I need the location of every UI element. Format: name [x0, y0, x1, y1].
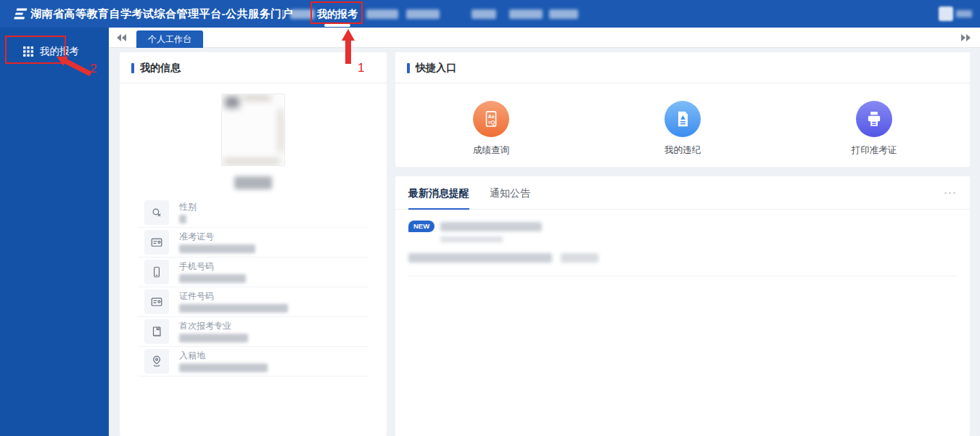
message-item[interactable]: [408, 253, 957, 276]
field-label: 手机号码: [179, 261, 246, 271]
quick-entry-title: 快捷入口: [416, 62, 456, 75]
active-nav-indicator: [324, 24, 350, 27]
quick-item-score-query[interactable]: A±=Q 成绩查询: [395, 101, 587, 157]
tabbar: 个人工作台: [109, 28, 980, 48]
quick-item-label: 成绩查询: [395, 144, 587, 157]
field-value-redacted: [179, 363, 268, 372]
tab-latest-messages[interactable]: 最新消息提醒: [408, 187, 469, 210]
profile-photo-redacted: [221, 94, 285, 166]
field-row-exam-number: 准考证号: [138, 228, 368, 258]
more-options-icon[interactable]: ···: [944, 187, 957, 197]
quick-item-print-admission-ticket[interactable]: 打印准考证: [778, 101, 970, 157]
field-row-id-number: 证件号码: [138, 287, 368, 317]
sidebar-item-label: 我的报考: [40, 45, 79, 58]
sidebar-item-my-registration[interactable]: 我的报考: [0, 44, 109, 59]
section-accent-bar: [407, 63, 410, 73]
message-text-redacted: [440, 222, 542, 231]
field-row-first-major: 首次报考专业: [138, 317, 368, 347]
field-value-redacted: [179, 244, 255, 253]
sidebar: 我的报考: [0, 28, 109, 436]
page: 湖南省高等教育自学考试综合管理平台-公共服务门户 | 我的报考 我的报考 个人工…: [0, 0, 980, 436]
my-info-card: 我的信息 性别: [120, 52, 387, 436]
new-badge: NEW: [408, 221, 435, 232]
tab-notices[interactable]: 通知公告: [490, 187, 530, 208]
profile-fields: 性别 准考证号 手机号码: [138, 198, 368, 377]
phone-icon: [144, 260, 169, 284]
field-value-redacted: [179, 334, 248, 342]
field-label: 准考证号: [179, 231, 255, 242]
field-value-redacted: [179, 274, 246, 283]
message-item[interactable]: NEW: [408, 221, 957, 242]
field-row-registered-place: 入籍地: [138, 347, 368, 377]
quick-entry-header: 快捷入口: [395, 52, 970, 83]
redacted-nav-item[interactable]: [549, 9, 578, 19]
field-row-phone: 手机号码: [138, 258, 368, 287]
grid-menu-icon: [23, 46, 33, 57]
redacted-nav-item[interactable]: [406, 9, 440, 19]
topbar: 湖南省高等教育自学考试综合管理平台-公共服务门户 | 我的报考: [0, 0, 980, 28]
my-info-title: 我的信息: [140, 62, 181, 75]
field-row-gender: 性别: [138, 198, 368, 228]
field-label: 首次报考专业: [179, 321, 248, 331]
messages-tabs: 最新消息提醒 通知公告 ···: [395, 176, 970, 210]
redacted-nav-item[interactable]: [366, 9, 398, 19]
app-logo-icon: [9, 6, 30, 25]
divider: [120, 83, 387, 83]
messages-card: 最新消息提醒 通知公告 ··· NEW: [395, 176, 970, 436]
redacted-nav-item[interactable]: [472, 9, 496, 19]
id-card-icon: [144, 230, 169, 255]
redacted-nav-item[interactable]: [290, 9, 315, 19]
redacted-nav-item[interactable]: [509, 9, 543, 19]
user-avatar[interactable]: [939, 7, 953, 21]
profile-name-redacted: [234, 176, 272, 189]
my-info-header: 我的信息: [120, 52, 387, 83]
expand-tabs-right-icon[interactable]: [960, 33, 971, 42]
quick-item-my-violations[interactable]: 我的违纪: [587, 101, 778, 157]
svg-text:A±: A±: [488, 114, 495, 120]
location-icon: [144, 349, 169, 374]
field-value-redacted: [179, 304, 288, 313]
field-label: 证件号码: [179, 291, 288, 301]
violation-icon: [664, 101, 701, 137]
message-text-redacted: [408, 253, 552, 263]
gender-icon: [144, 200, 169, 225]
tab-personal-workspace[interactable]: 个人工作台: [136, 30, 203, 48]
print-icon: [856, 101, 892, 137]
svg-text:=Q: =Q: [488, 120, 495, 126]
quick-item-label: 打印准考证: [778, 144, 970, 157]
field-value-redacted: [179, 215, 186, 223]
book-icon: [144, 319, 169, 344]
section-accent-bar: [131, 63, 134, 73]
title-separator: |: [281, 0, 284, 28]
message-subtext-redacted: [440, 236, 503, 242]
quick-entry-card: 快捷入口 A±=Q 成绩查询 我的违纪 打印准考证: [395, 52, 970, 167]
quick-entry-items: A±=Q 成绩查询 我的违纪 打印准考证: [395, 83, 970, 157]
field-label: 性别: [179, 202, 197, 212]
field-label: 入籍地: [179, 350, 268, 361]
score-query-icon: A±=Q: [473, 101, 509, 137]
collapse-tabs-left-icon[interactable]: [116, 33, 128, 42]
app-title: 湖南省高等教育自学考试综合管理平台-公共服务门户: [30, 0, 293, 28]
quick-item-label: 我的违纪: [587, 144, 778, 157]
user-name-redacted[interactable]: [956, 10, 972, 17]
id-card-icon: [144, 289, 169, 314]
message-text-redacted: [561, 253, 598, 263]
